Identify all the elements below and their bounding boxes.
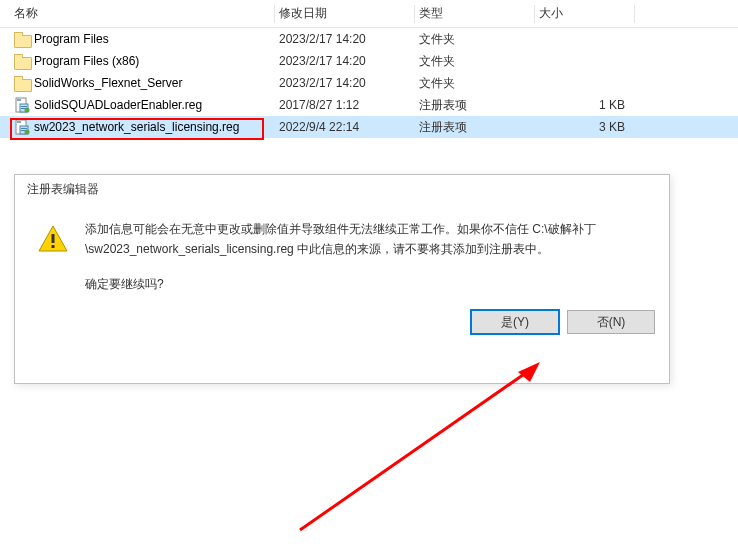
column-name[interactable]: 名称 — [0, 5, 275, 23]
dialog-confirm: 确定要继续吗? — [85, 274, 651, 294]
arrow-annotation — [280, 360, 540, 540]
cell-name: SolidWorks_Flexnet_Server — [0, 76, 275, 90]
no-button[interactable]: 否(N) — [567, 310, 655, 334]
yes-button[interactable]: 是(Y) — [471, 310, 559, 334]
file-name: sw2023_network_serials_licensing.reg — [34, 120, 239, 134]
cell-type: 注册表项 — [415, 119, 535, 136]
cell-type: 文件夹 — [415, 75, 535, 92]
column-date[interactable]: 修改日期 — [275, 5, 415, 23]
file-name: SolidSQUADLoaderEnabler.reg — [34, 98, 202, 112]
cell-size: 3 KB — [535, 120, 635, 134]
folder-icon — [14, 54, 30, 68]
cell-date: 2023/2/17 14:20 — [275, 54, 415, 68]
column-size[interactable]: 大小 — [535, 5, 635, 23]
svg-rect-10 — [52, 234, 55, 243]
cell-date: 2023/2/17 14:20 — [275, 76, 415, 90]
table-row[interactable]: Program Files2023/2/17 14:20文件夹 — [0, 28, 738, 50]
svg-rect-7 — [21, 128, 27, 129]
table-row[interactable]: SolidSQUADLoaderEnabler.reg2017/8/27 1:1… — [0, 94, 738, 116]
svg-point-4 — [25, 108, 30, 113]
table-row[interactable]: sw2023_network_serials_licensing.reg2022… — [0, 116, 738, 138]
file-list: Program Files2023/2/17 14:20文件夹Program F… — [0, 28, 738, 138]
cell-type: 文件夹 — [415, 53, 535, 70]
cell-name: sw2023_network_serials_licensing.reg — [0, 119, 275, 135]
svg-rect-11 — [52, 245, 55, 248]
folder-icon — [14, 32, 30, 46]
file-name: Program Files (x86) — [34, 54, 139, 68]
cell-type: 文件夹 — [415, 31, 535, 48]
cell-date: 2022/9/4 22:14 — [275, 120, 415, 134]
cell-size: 1 KB — [535, 98, 635, 112]
svg-line-12 — [300, 370, 530, 530]
file-name: Program Files — [34, 32, 109, 46]
svg-point-9 — [25, 130, 30, 135]
cell-date: 2023/2/17 14:20 — [275, 32, 415, 46]
registry-editor-dialog: 注册表编辑器 添加信息可能会在无意中更改或删除值并导致组件无法继续正常工作。如果… — [14, 174, 670, 384]
reg-file-icon — [14, 97, 30, 113]
cell-name: Program Files — [0, 32, 275, 46]
folder-icon — [14, 76, 30, 90]
reg-file-icon — [14, 119, 30, 135]
dialog-message: 添加信息可能会在无意中更改或删除值并导致组件无法继续正常工作。如果你不信任 C:… — [85, 219, 651, 260]
file-list-header: 名称 修改日期 类型 大小 — [0, 0, 738, 28]
cell-date: 2017/8/27 1:12 — [275, 98, 415, 112]
cell-name: Program Files (x86) — [0, 54, 275, 68]
svg-rect-2 — [21, 106, 27, 107]
table-row[interactable]: Program Files (x86)2023/2/17 14:20文件夹 — [0, 50, 738, 72]
column-type[interactable]: 类型 — [415, 5, 535, 23]
dialog-title: 注册表编辑器 — [15, 175, 669, 203]
warning-icon — [37, 223, 69, 255]
cell-type: 注册表项 — [415, 97, 535, 114]
table-row[interactable]: SolidWorks_Flexnet_Server2023/2/17 14:20… — [0, 72, 738, 94]
cell-name: SolidSQUADLoaderEnabler.reg — [0, 97, 275, 113]
file-name: SolidWorks_Flexnet_Server — [34, 76, 183, 90]
